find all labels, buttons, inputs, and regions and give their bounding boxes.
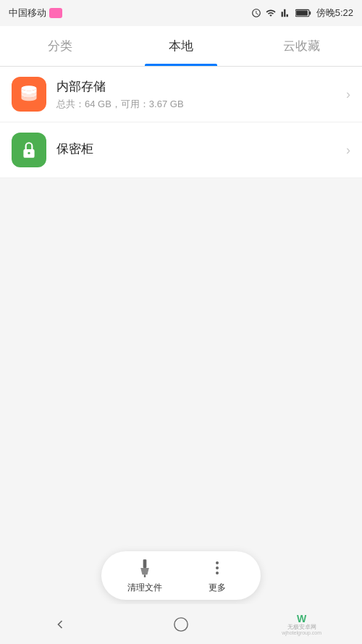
- watermark-w: W: [297, 613, 306, 624]
- database-icon: [19, 84, 39, 104]
- carrier-text: 中国移动: [9, 7, 46, 20]
- toolbar-inner: 清理文件 更多: [101, 551, 261, 600]
- signal-icon: [280, 8, 292, 18]
- carrier-icon: [49, 8, 62, 18]
- tab-cloud-label: 云收藏: [283, 38, 320, 54]
- svg-rect-6: [143, 559, 147, 568]
- home-button[interactable]: [159, 610, 203, 639]
- content-area: 内部存储 总共：64 GB，可用：3.67 GB › 保密柜 ›: [0, 67, 362, 178]
- more-icon: [206, 557, 228, 579]
- list-section: 内部存储 总共：64 GB，可用：3.67 GB › 保密柜 ›: [0, 67, 362, 178]
- svg-point-10: [216, 572, 219, 574]
- more-button[interactable]: 更多: [195, 557, 239, 594]
- internal-storage-title: 内部存储: [56, 78, 340, 95]
- list-item-secret-box[interactable]: 保密柜 ›: [0, 122, 362, 178]
- svg-rect-2: [296, 10, 308, 15]
- battery-icon: [295, 9, 311, 17]
- bottom-nav: W 无极安卓网 wjhotelgroup.com: [0, 604, 362, 644]
- dots-vertical-icon: [209, 559, 226, 577]
- internal-storage-subtitle: 总共：64 GB，可用：3.67 GB: [56, 98, 340, 111]
- tab-category-label: 分类: [48, 38, 72, 54]
- tab-local-label: 本地: [169, 38, 193, 54]
- svg-point-9: [216, 566, 219, 569]
- time-text: 傍晚5:22: [316, 7, 353, 20]
- tab-category[interactable]: 分类: [0, 26, 121, 66]
- lock-icon: [20, 141, 38, 159]
- status-right: 傍晚5:22: [251, 7, 353, 20]
- clean-files-label: 清理文件: [127, 582, 162, 594]
- tab-local[interactable]: 本地: [121, 26, 242, 66]
- svg-point-8: [216, 561, 219, 564]
- svg-rect-1: [309, 12, 311, 15]
- internal-storage-text: 内部存储 总共：64 GB，可用：3.67 GB: [56, 78, 340, 111]
- bottom-toolbar: 清理文件 更多: [0, 546, 362, 604]
- tab-bar: 分类 本地 云收藏: [0, 26, 362, 67]
- watermark-site: wjhotelgroup.com: [282, 630, 321, 635]
- watermark-area: W 无极安卓网 wjhotelgroup.com: [280, 610, 324, 639]
- chevron-right-icon: ›: [346, 87, 350, 102]
- broom-icon: [135, 558, 155, 578]
- wifi-icon: [265, 8, 277, 18]
- clean-files-button[interactable]: 清理文件: [123, 557, 167, 594]
- tab-cloud[interactable]: 云收藏: [241, 26, 362, 66]
- secret-box-icon-bg: [12, 133, 46, 167]
- home-icon: [173, 616, 189, 632]
- status-bar: 中国移动 傍晚5:22: [0, 0, 362, 26]
- more-label: 更多: [209, 582, 226, 594]
- secret-box-text: 保密柜: [56, 141, 340, 160]
- internal-storage-icon-bg: [12, 77, 46, 112]
- svg-point-11: [174, 617, 188, 630]
- back-button[interactable]: [38, 610, 82, 639]
- svg-point-3: [22, 85, 37, 91]
- watermark-text1: 无极安卓网: [287, 624, 316, 630]
- list-item-internal-storage[interactable]: 内部存储 总共：64 GB，可用：3.67 GB ›: [0, 67, 362, 122]
- clean-icon: [134, 557, 156, 579]
- svg-point-5: [28, 152, 30, 154]
- svg-rect-7: [144, 574, 146, 577]
- secret-box-title: 保密柜: [56, 141, 340, 157]
- alarm-icon: [251, 8, 261, 18]
- back-icon: [53, 617, 67, 632]
- status-left: 中国移动: [9, 7, 62, 20]
- chevron-right-icon-2: ›: [346, 143, 350, 158]
